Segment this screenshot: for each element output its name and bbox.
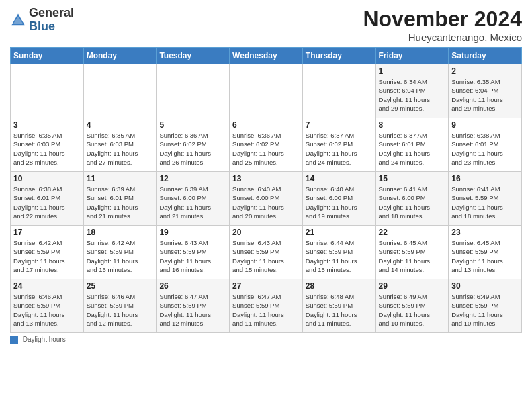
day-number: 14: [306, 174, 373, 183]
day-number: 19: [159, 228, 226, 237]
calendar-cell: 27Sunrise: 6:47 AM Sunset: 5:59 PM Dayli…: [230, 279, 303, 333]
weekday-header-sunday: Sunday: [11, 48, 84, 64]
legend: Daylight hours: [10, 336, 522, 344]
calendar-table: SundayMondayTuesdayWednesdayThursdayFrid…: [10, 47, 522, 333]
day-number: 10: [13, 174, 81, 183]
calendar-cell: 23Sunrise: 6:45 AM Sunset: 5:59 PM Dayli…: [449, 226, 522, 279]
day-number: 9: [451, 120, 519, 130]
day-info: Sunrise: 6:35 AM Sunset: 6:03 PM Dayligh…: [13, 131, 81, 167]
day-number: 23: [451, 228, 519, 237]
day-number: 27: [232, 281, 300, 291]
logo-general-text: General: [29, 6, 74, 19]
week-row-2: 3Sunrise: 6:35 AM Sunset: 6:03 PM Daylig…: [11, 118, 522, 172]
page-container: General Blue November 2024 Hueycantenang…: [0, 0, 532, 351]
header: General Blue November 2024 Hueycantenang…: [10, 7, 522, 43]
calendar-cell: 3Sunrise: 6:35 AM Sunset: 6:03 PM Daylig…: [11, 118, 84, 172]
day-number: 7: [306, 120, 373, 130]
calendar-cell: [157, 64, 230, 118]
calendar-cell: 22Sunrise: 6:45 AM Sunset: 5:59 PM Dayli…: [375, 226, 449, 279]
weekday-header-saturday: Saturday: [449, 48, 522, 64]
day-number: 22: [379, 228, 446, 237]
day-info: Sunrise: 6:40 AM Sunset: 6:00 PM Dayligh…: [306, 185, 373, 220]
calendar-cell: 19Sunrise: 6:43 AM Sunset: 5:59 PM Dayli…: [157, 226, 230, 279]
title-block: November 2024 Hueycantenango, Mexico: [363, 7, 522, 43]
day-number: 2: [451, 66, 519, 76]
day-info: Sunrise: 6:49 AM Sunset: 5:59 PM Dayligh…: [451, 292, 519, 328]
calendar-cell: 13Sunrise: 6:40 AM Sunset: 6:00 PM Dayli…: [230, 172, 303, 226]
day-info: Sunrise: 6:41 AM Sunset: 6:00 PM Dayligh…: [379, 185, 446, 220]
day-number: 3: [13, 120, 81, 130]
legend-color-swatch: [10, 336, 18, 344]
day-number: 12: [159, 174, 226, 183]
weekday-header-row: SundayMondayTuesdayWednesdayThursdayFrid…: [11, 48, 522, 64]
calendar-cell: 15Sunrise: 6:41 AM Sunset: 6:00 PM Dayli…: [375, 172, 449, 226]
calendar-cell: 18Sunrise: 6:42 AM Sunset: 5:59 PM Dayli…: [83, 226, 157, 279]
calendar-cell: 1Sunrise: 6:34 AM Sunset: 6:04 PM Daylig…: [375, 64, 449, 118]
day-number: 25: [87, 281, 154, 291]
calendar-cell: 10Sunrise: 6:38 AM Sunset: 6:01 PM Dayli…: [11, 172, 84, 226]
day-info: Sunrise: 6:46 AM Sunset: 5:59 PM Dayligh…: [87, 292, 154, 328]
week-row-4: 17Sunrise: 6:42 AM Sunset: 5:59 PM Dayli…: [11, 226, 522, 279]
day-number: 16: [451, 174, 519, 183]
month-title: November 2024: [363, 7, 522, 32]
day-info: Sunrise: 6:36 AM Sunset: 6:02 PM Dayligh…: [159, 131, 226, 167]
day-info: Sunrise: 6:42 AM Sunset: 5:59 PM Dayligh…: [87, 238, 154, 274]
calendar-cell: 4Sunrise: 6:35 AM Sunset: 6:03 PM Daylig…: [83, 118, 157, 172]
calendar-cell: 26Sunrise: 6:47 AM Sunset: 5:59 PM Dayli…: [157, 279, 230, 333]
day-info: Sunrise: 6:47 AM Sunset: 5:59 PM Dayligh…: [159, 292, 226, 328]
calendar-cell: 21Sunrise: 6:44 AM Sunset: 5:59 PM Dayli…: [302, 226, 375, 279]
weekday-header-monday: Monday: [83, 48, 157, 64]
day-number: 5: [159, 120, 226, 130]
day-number: 20: [232, 228, 300, 237]
calendar-cell: 7Sunrise: 6:37 AM Sunset: 6:02 PM Daylig…: [302, 118, 375, 172]
weekday-header-thursday: Thursday: [302, 48, 375, 64]
location-subtitle: Hueycantenango, Mexico: [363, 32, 522, 43]
day-number: 1: [379, 66, 446, 76]
calendar-cell: 30Sunrise: 6:49 AM Sunset: 5:59 PM Dayli…: [449, 279, 522, 333]
calendar-cell: 16Sunrise: 6:41 AM Sunset: 5:59 PM Dayli…: [449, 172, 522, 226]
day-info: Sunrise: 6:37 AM Sunset: 6:01 PM Dayligh…: [379, 131, 446, 167]
day-info: Sunrise: 6:48 AM Sunset: 5:59 PM Dayligh…: [306, 292, 373, 328]
day-info: Sunrise: 6:43 AM Sunset: 5:59 PM Dayligh…: [159, 238, 226, 274]
day-number: 8: [379, 120, 446, 130]
week-row-1: 1Sunrise: 6:34 AM Sunset: 6:04 PM Daylig…: [11, 64, 522, 118]
day-number: 28: [306, 281, 373, 291]
day-number: 13: [232, 174, 300, 183]
day-number: 30: [451, 281, 519, 291]
week-row-3: 10Sunrise: 6:38 AM Sunset: 6:01 PM Dayli…: [11, 172, 522, 226]
calendar-cell: 24Sunrise: 6:46 AM Sunset: 5:59 PM Dayli…: [11, 279, 84, 333]
day-number: 6: [232, 120, 300, 130]
day-info: Sunrise: 6:49 AM Sunset: 5:59 PM Dayligh…: [379, 292, 446, 328]
calendar-cell: 12Sunrise: 6:39 AM Sunset: 6:00 PM Dayli…: [157, 172, 230, 226]
day-info: Sunrise: 6:35 AM Sunset: 6:04 PM Dayligh…: [451, 77, 519, 113]
calendar-cell: 25Sunrise: 6:46 AM Sunset: 5:59 PM Dayli…: [83, 279, 157, 333]
day-info: Sunrise: 6:36 AM Sunset: 6:02 PM Dayligh…: [232, 131, 300, 167]
day-info: Sunrise: 6:46 AM Sunset: 5:59 PM Dayligh…: [13, 292, 81, 328]
day-info: Sunrise: 6:41 AM Sunset: 5:59 PM Dayligh…: [451, 185, 519, 220]
day-info: Sunrise: 6:40 AM Sunset: 6:00 PM Dayligh…: [232, 185, 300, 220]
calendar-cell: [83, 64, 157, 118]
day-info: Sunrise: 6:38 AM Sunset: 6:01 PM Dayligh…: [13, 185, 81, 220]
day-info: Sunrise: 6:35 AM Sunset: 6:03 PM Dayligh…: [87, 131, 154, 167]
logo-blue-text: Blue: [29, 19, 55, 33]
day-info: Sunrise: 6:38 AM Sunset: 6:01 PM Dayligh…: [451, 131, 519, 167]
day-number: 15: [379, 174, 446, 183]
weekday-header-wednesday: Wednesday: [230, 48, 303, 64]
legend-label: Daylight hours: [23, 336, 66, 343]
day-info: Sunrise: 6:39 AM Sunset: 6:01 PM Dayligh…: [87, 185, 154, 220]
calendar-cell: 28Sunrise: 6:48 AM Sunset: 5:59 PM Dayli…: [302, 279, 375, 333]
week-row-5: 24Sunrise: 6:46 AM Sunset: 5:59 PM Dayli…: [11, 279, 522, 333]
day-info: Sunrise: 6:39 AM Sunset: 6:00 PM Dayligh…: [159, 185, 226, 220]
day-info: Sunrise: 6:44 AM Sunset: 5:59 PM Dayligh…: [306, 238, 373, 274]
calendar-cell: [11, 64, 84, 118]
day-number: 24: [13, 281, 81, 291]
calendar-cell: 14Sunrise: 6:40 AM Sunset: 6:00 PM Dayli…: [302, 172, 375, 226]
weekday-header-tuesday: Tuesday: [157, 48, 230, 64]
logo: General Blue: [10, 7, 74, 34]
day-info: Sunrise: 6:37 AM Sunset: 6:02 PM Dayligh…: [306, 131, 373, 167]
day-info: Sunrise: 6:34 AM Sunset: 6:04 PM Dayligh…: [379, 77, 446, 113]
calendar-cell: 9Sunrise: 6:38 AM Sunset: 6:01 PM Daylig…: [449, 118, 522, 172]
calendar-cell: 6Sunrise: 6:36 AM Sunset: 6:02 PM Daylig…: [230, 118, 303, 172]
day-number: 17: [13, 228, 81, 237]
logo-icon: [10, 12, 26, 28]
